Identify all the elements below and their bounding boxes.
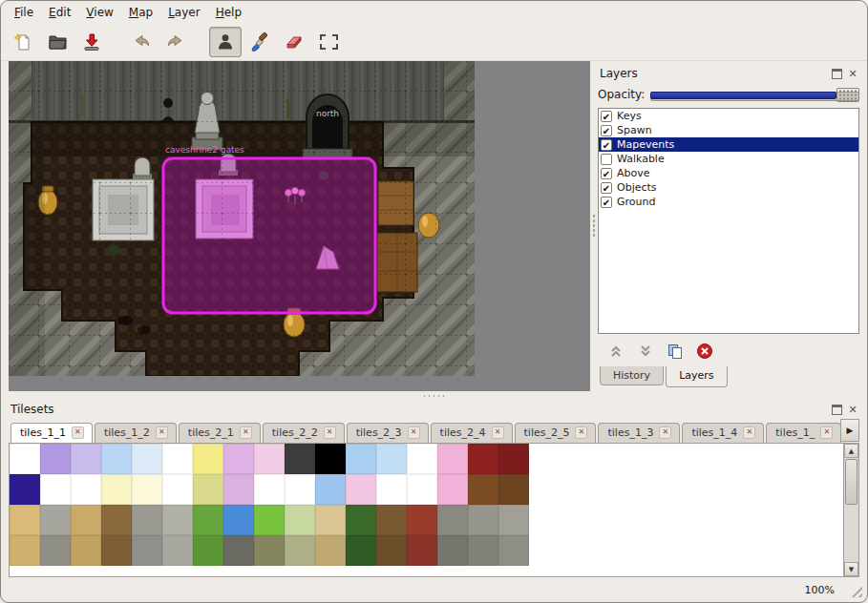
tileset-tile[interactable] (71, 505, 101, 535)
tileset-tile[interactable] (101, 474, 132, 505)
save-button[interactable] (75, 27, 108, 57)
tileset-tile[interactable] (498, 444, 529, 474)
duplicate-layer-button[interactable] (667, 343, 684, 363)
tileset-tile[interactable] (346, 535, 376, 566)
tab-close-icon[interactable]: ✕ (240, 426, 252, 439)
menu-file[interactable]: File (7, 3, 41, 22)
tileset-tile[interactable] (254, 535, 285, 566)
tileset-tile[interactable] (40, 474, 71, 505)
tileset-tile[interactable] (132, 535, 162, 566)
tileset-tile[interactable] (407, 505, 437, 535)
tileset-tile[interactable] (468, 505, 498, 535)
menu-map[interactable]: Map (121, 3, 160, 22)
layer-visibility-checkbox[interactable]: ✔ (601, 111, 612, 122)
dock-tab-history[interactable]: History (600, 366, 664, 385)
tileset-tile[interactable] (223, 444, 254, 474)
tileset-tab-tiles_2_4[interactable]: tiles_2_4✕ (431, 423, 513, 443)
tileset-tab-tiles_2_5[interactable]: tiles_2_5✕ (515, 423, 597, 443)
horizontal-splitter[interactable] (1, 391, 867, 401)
select-tool-button[interactable] (312, 27, 345, 57)
tileset-tile[interactable] (40, 505, 71, 535)
tileset-tile[interactable] (254, 474, 285, 505)
tileset-tile[interactable] (193, 535, 223, 566)
scrollbar-thumb[interactable] (845, 459, 857, 505)
layer-visibility-checkbox[interactable]: ✔ (601, 168, 612, 179)
resize-grip[interactable] (848, 583, 862, 597)
tileset-scrollbar[interactable]: ▲ ▼ (843, 444, 858, 576)
tab-close-icon[interactable]: ✕ (492, 426, 504, 439)
tileset-tile[interactable] (468, 444, 498, 474)
tileset-tile[interactable] (101, 444, 132, 474)
tileset-tile[interactable] (193, 474, 223, 505)
tileset-tile[interactable] (376, 474, 407, 505)
tileset-tile[interactable] (285, 444, 315, 474)
tileset-tile[interactable] (40, 444, 71, 474)
tileset-tile[interactable] (71, 535, 101, 566)
tileset-tile[interactable] (498, 474, 529, 505)
float-dock-button[interactable] (830, 403, 843, 416)
tileset-tile[interactable] (285, 474, 315, 505)
tileset-tile[interactable] (376, 505, 407, 535)
tileset-tile[interactable] (437, 474, 468, 505)
scrollbar-track[interactable] (844, 458, 858, 562)
tab-scroll-right-button[interactable]: ▶ (840, 419, 859, 442)
tileset-tile[interactable] (498, 535, 529, 566)
tileset-tile[interactable] (193, 505, 223, 535)
tileset-tab-tiles_1_1[interactable]: tiles_1_1✕ (11, 423, 93, 444)
menu-layer[interactable]: Layer (160, 3, 207, 22)
tileset-tile[interactable] (376, 444, 407, 474)
eraser-tool-button[interactable] (278, 27, 310, 57)
layer-visibility-checkbox[interactable]: ✔ (601, 182, 612, 194)
tileset-tile[interactable] (315, 474, 346, 505)
tileset-tile[interactable] (468, 535, 498, 566)
redo-button[interactable] (159, 27, 192, 57)
tileset-tile[interactable] (254, 505, 285, 535)
vertical-splitter[interactable] (590, 61, 598, 391)
tileset-tile[interactable] (437, 505, 468, 535)
layer-visibility-checkbox[interactable] (601, 154, 612, 165)
map-selection[interactable] (163, 158, 375, 313)
tileset-tile[interactable] (498, 505, 529, 535)
tileset-tile[interactable] (223, 505, 254, 535)
tileset-tab-tiles_2_3[interactable]: tiles_2_3✕ (347, 423, 429, 443)
tileset-tab-tiles_1_[interactable]: tiles_1_✕ (766, 423, 841, 443)
tileset-tile[interactable] (407, 535, 437, 566)
tileset-tile[interactable] (437, 535, 468, 566)
tileset-tab-tiles_1_4[interactable]: tiles_1_4✕ (682, 423, 764, 443)
tileset-tile[interactable] (71, 474, 101, 505)
close-dock-button[interactable]: ✕ (846, 403, 859, 416)
raise-layer-button[interactable] (607, 343, 625, 363)
brush-tool-button[interactable] (243, 27, 276, 57)
tileset-tab-tiles_1_3[interactable]: tiles_1_3✕ (598, 423, 680, 443)
tileset-tile[interactable] (10, 535, 40, 566)
tileset-tile[interactable] (315, 535, 346, 566)
layer-visibility-checkbox[interactable]: ✔ (601, 197, 612, 208)
tileset-tile[interactable] (10, 474, 40, 505)
tileset-tile[interactable] (437, 444, 468, 474)
tileset-tile[interactable] (315, 505, 346, 535)
layer-row-mapevents[interactable]: ✔Mapevents (599, 137, 858, 152)
scroll-up-button[interactable]: ▲ (844, 444, 858, 458)
tab-close-icon[interactable]: ✕ (743, 426, 755, 439)
layer-visibility-checkbox[interactable]: ✔ (601, 139, 612, 151)
tileset-tile[interactable] (71, 444, 101, 474)
new-button[interactable] (7, 27, 39, 57)
delete-layer-button[interactable] (696, 343, 713, 363)
tileset-tile[interactable] (285, 535, 315, 566)
tileset-tile[interactable] (315, 444, 346, 474)
tileset-tile[interactable] (254, 444, 285, 474)
undo-button[interactable] (125, 27, 158, 57)
tileset-tile[interactable] (223, 535, 254, 566)
tab-close-icon[interactable]: ✕ (408, 426, 420, 439)
tileset-tile[interactable] (162, 535, 193, 566)
float-dock-button[interactable] (830, 67, 843, 80)
tileset-tab-tiles_2_1[interactable]: tiles_2_1✕ (179, 423, 261, 443)
tileset-tile[interactable] (10, 444, 40, 474)
tab-close-icon[interactable]: ✕ (659, 426, 671, 439)
tab-close-icon[interactable]: ✕ (72, 426, 84, 439)
tab-close-icon[interactable]: ✕ (324, 426, 336, 439)
tileset-tile[interactable] (132, 474, 162, 505)
tileset-tile[interactable] (407, 444, 437, 474)
stamp-tool-button[interactable] (209, 27, 242, 57)
tileset-tab-tiles_2_2[interactable]: tiles_2_2✕ (263, 423, 345, 443)
